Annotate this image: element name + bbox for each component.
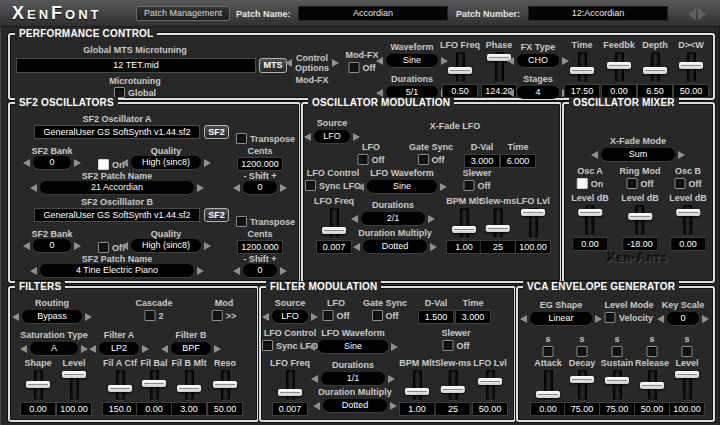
filtmod-durmult-left-arrow-icon[interactable]	[313, 402, 320, 410]
osc-b-bank-left-arrow-icon[interactable]	[23, 242, 30, 250]
patch-management-button[interactable]: Patch Management	[136, 6, 230, 21]
mixer-ring-mod-checkbox[interactable]	[627, 178, 638, 189]
mixer-osc-a-checkbox[interactable]	[577, 178, 588, 189]
perf-durations-left-arrow-icon[interactable]	[376, 89, 383, 97]
osc-b-quality-left-arrow-icon[interactable]	[121, 242, 128, 250]
control-options-label[interactable]: Control Options	[295, 53, 329, 73]
patch-number-field[interactable]: 12:Accordian	[528, 6, 668, 21]
filter-b-left-arrow-icon[interactable]	[161, 345, 168, 353]
patch-next-icon[interactable]	[698, 8, 706, 20]
feedbk-slider-thumb[interactable]	[607, 62, 631, 69]
filtmod-durations-right-arrow-icon[interactable]	[388, 375, 395, 383]
filtmod-waveform-right-arrow-icon[interactable]	[391, 343, 398, 351]
oscmod-slewer-checkbox[interactable]	[464, 180, 475, 191]
mixer-level-b-slider[interactable]	[683, 205, 692, 235]
modfx-off-checkbox[interactable]	[349, 62, 360, 73]
oscmod-waveform-right-arrow-icon[interactable]	[440, 183, 447, 191]
fx-type-left-arrow-icon[interactable]	[507, 57, 514, 65]
filtmod-waveform-left-arrow-icon[interactable]	[308, 343, 315, 351]
eg-shape-left-arrow-icon[interactable]	[520, 315, 527, 323]
filter-a-left-arrow-icon[interactable]	[89, 345, 96, 353]
key-scale-right-arrow-icon[interactable]	[702, 315, 709, 323]
routing-right-arrow-icon[interactable]	[85, 313, 92, 321]
osc-a-file-dropdown[interactable]: GeneralUser GS SoftSynth v1.44.sf2	[34, 125, 200, 139]
osc-a-shift-right-arrow-icon[interactable]	[280, 184, 287, 192]
oscmod-durmult-left-arrow-icon[interactable]	[353, 243, 360, 251]
filtmod-durmult-value[interactable]: Dotted	[323, 399, 387, 412]
shape-slider[interactable]	[34, 370, 43, 400]
osc-b-quality-right-arrow-icon[interactable]	[204, 242, 211, 250]
key-scale-left-arrow-icon[interactable]	[657, 315, 664, 323]
filtmod-waveform-value[interactable]: Sine	[318, 340, 388, 353]
oscmod-lfo-freq-slider-thumb[interactable]	[322, 227, 346, 234]
waveform-left-arrow-icon[interactable]	[376, 57, 383, 65]
osc-b-patch-left-arrow-icon[interactable]	[30, 267, 37, 275]
level-sync-checkbox[interactable]	[682, 346, 693, 357]
filtmod-slew-slider[interactable]	[448, 370, 457, 400]
patch-prev-icon[interactable]	[688, 8, 696, 20]
filtmod-bpm-slider-thumb[interactable]	[405, 388, 429, 395]
osc-b-bank-right-arrow-icon[interactable]	[74, 242, 81, 250]
oscmod-durmult-right-arrow-icon[interactable]	[430, 243, 437, 251]
osc-b-quality-value[interactable]: High (sinc8)	[131, 239, 201, 252]
osc-a-bank-value[interactable]: 0	[33, 156, 71, 169]
level-mode-velocity-checkbox[interactable]	[605, 312, 616, 323]
oscmod-lfo-freq-slider[interactable]	[330, 208, 339, 238]
attack-slider[interactable]	[544, 370, 553, 400]
oscmod-lfo-lvl-slider-thumb[interactable]	[521, 209, 545, 216]
dry-wet-slider-thumb[interactable]	[679, 62, 703, 69]
filtmod-source-value[interactable]: LFO	[272, 310, 308, 323]
filter-b-value[interactable]: BPF	[171, 342, 211, 355]
osc-b-shift-right-arrow-icon[interactable]	[280, 267, 287, 275]
mixer-level-a-slider-thumb[interactable]	[578, 209, 602, 216]
reso-slider-thumb[interactable]	[213, 381, 237, 388]
oscmod-slew-slider[interactable]	[493, 208, 502, 238]
attack-slider-thumb[interactable]	[536, 391, 560, 398]
osc-a-quality-value[interactable]: High (sinc8)	[131, 156, 201, 169]
osc-a-patch-right-arrow-icon[interactable]	[197, 184, 204, 192]
stages-value[interactable]: 4	[517, 86, 559, 99]
osc-a-cents-value[interactable]: 1200.000	[237, 157, 283, 171]
control-options-left-arrow-icon[interactable]	[285, 59, 292, 67]
fil-bal-slider[interactable]	[150, 370, 159, 400]
filter-mod-route-checkbox[interactable]	[212, 310, 223, 321]
filters-level-slider-thumb[interactable]	[62, 371, 86, 378]
oscmod-waveform-left-arrow-icon[interactable]	[357, 183, 364, 191]
oscmod-source-right-arrow-icon[interactable]	[353, 133, 360, 141]
oscmod-sync-lfo-checkbox[interactable]	[305, 180, 316, 191]
osc-b-shift-value[interactable]: 0	[243, 264, 277, 277]
oscmod-durmult-value[interactable]: Dotted	[363, 240, 427, 253]
key-scale-value[interactable]: 0	[667, 312, 699, 325]
osc-b-sf2-button[interactable]: SF2	[204, 208, 229, 222]
oscmod-durations-left-arrow-icon[interactable]	[351, 215, 358, 223]
osc-a-transpose-checkbox[interactable]	[236, 133, 247, 144]
fil-a-ctf-slider[interactable]	[116, 370, 125, 400]
filtmod-lfo-checkbox[interactable]	[323, 310, 334, 321]
filtmod-bpm-slider[interactable]	[413, 370, 422, 400]
oscmod-dval-value[interactable]: 3.000	[464, 154, 500, 168]
cascade-checkbox[interactable]	[144, 310, 155, 321]
osc-a-quality-right-arrow-icon[interactable]	[204, 159, 211, 167]
oscmod-time-value[interactable]: 6.000	[500, 154, 536, 168]
filter-b-right-arrow-icon[interactable]	[214, 345, 221, 353]
filtmod-gate-sync-checkbox[interactable]	[372, 310, 383, 321]
oscmod-bpm-slider[interactable]	[460, 208, 469, 238]
filters-level-slider[interactable]	[70, 370, 79, 400]
mixer-level-ring-slider-thumb[interactable]	[628, 213, 652, 220]
fil-b-mlt-slider[interactable]	[185, 370, 194, 400]
eg-shape-right-arrow-icon[interactable]	[595, 315, 602, 323]
oscmod-waveform-value[interactable]: Sine	[367, 180, 437, 193]
osc-a-patch-value[interactable]: 21 Accordian	[40, 181, 194, 194]
mixer-level-b-slider-thumb[interactable]	[676, 209, 700, 216]
routing-left-arrow-icon[interactable]	[12, 313, 19, 321]
mts-file-dropdown[interactable]: 12 TET.mid	[16, 58, 256, 73]
osc-b-power-checkbox[interactable]	[98, 242, 109, 253]
filtmod-lfo-freq-slider[interactable]	[286, 370, 295, 400]
release-sync-checkbox[interactable]	[647, 346, 658, 357]
dry-wet-slider[interactable]	[687, 52, 696, 82]
routing-value[interactable]: Bypass	[22, 310, 82, 323]
filtmod-durations-value[interactable]: 1/1	[321, 372, 385, 385]
oscmod-durations-value[interactable]: 2/1	[361, 212, 425, 225]
eg-shape-value[interactable]: Linear	[530, 312, 592, 325]
osc-b-transpose-checkbox[interactable]	[236, 216, 247, 227]
